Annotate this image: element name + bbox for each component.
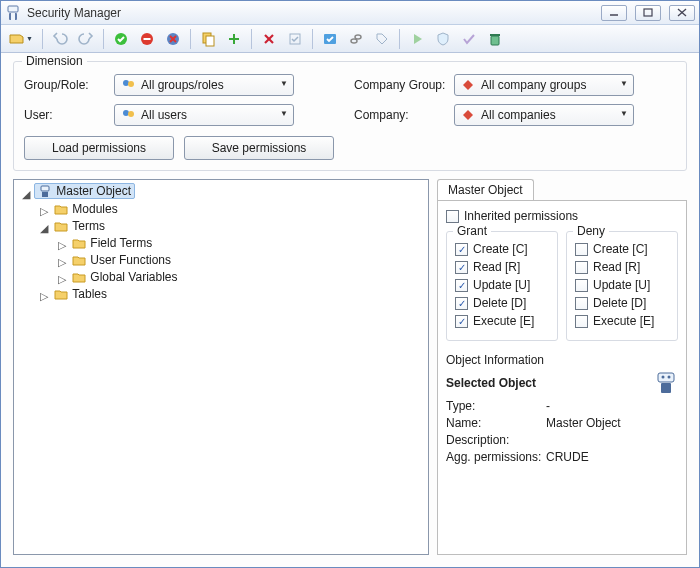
checkbox-icon (446, 210, 459, 223)
info-label-type: Type: (446, 399, 546, 413)
toolbar-copy[interactable] (196, 28, 220, 50)
tree-collapse-icon[interactable]: ◢ (38, 222, 49, 235)
toolbar-undo[interactable] (48, 28, 72, 50)
combo-company[interactable]: All companies ▼ (454, 104, 634, 126)
grant-create-checkbox[interactable]: ✓Create [C] (455, 242, 549, 256)
info-label-agg: Agg. permissions: (446, 450, 546, 464)
svg-rect-16 (229, 38, 239, 40)
toolbar-link[interactable] (344, 28, 368, 50)
toolbar-separator (42, 29, 43, 49)
window-title: Security Manager (27, 6, 121, 20)
main-area: ◢ Master Object ▷ Modules (1, 171, 699, 567)
toolbar-delete-permission[interactable] (161, 28, 185, 50)
tree-node-user-functions[interactable]: User Functions (70, 253, 173, 267)
robot-icon (38, 184, 52, 198)
toolbar-deny[interactable] (135, 28, 159, 50)
tree-node-global-variables[interactable]: Global Variables (70, 270, 179, 284)
info-value-description (546, 433, 678, 447)
svg-rect-24 (490, 34, 500, 36)
chevron-down-icon: ▼ (620, 79, 628, 88)
company-group-icon (461, 78, 475, 92)
svg-rect-29 (41, 186, 49, 191)
toolbar-confirm[interactable] (457, 28, 481, 50)
tree-node-label: Global Variables (90, 270, 177, 284)
tree-node-label: Tables (72, 287, 107, 301)
tree-expand-icon[interactable]: ▷ (56, 256, 67, 269)
maximize-button[interactable] (635, 5, 661, 21)
tree-node-label: Modules (72, 202, 117, 216)
tree-expand-icon[interactable]: ▷ (56, 239, 67, 252)
tree-expand-icon[interactable]: ▷ (38, 205, 49, 218)
deny-update-checkbox[interactable]: Update [U] (575, 278, 669, 292)
checkbox-icon: ✓ (455, 261, 468, 274)
svg-point-25 (123, 80, 129, 86)
users-icon (121, 78, 135, 92)
combo-user[interactable]: All users ▼ (114, 104, 294, 126)
tree-node-field-terms[interactable]: Field Terms (70, 236, 154, 250)
toolbar-separator (399, 29, 400, 49)
app-window: Security Manager ▼ (0, 0, 700, 568)
checkbox-icon (575, 315, 588, 328)
combo-company-value: All companies (481, 108, 556, 122)
toolbar-open-dropdown[interactable]: ▼ (5, 28, 37, 50)
deny-delete-checkbox[interactable]: Delete [D] (575, 296, 669, 310)
toolbar-remove[interactable] (257, 28, 281, 50)
grant-read-checkbox[interactable]: ✓Read [R] (455, 260, 549, 274)
toolbar-edit[interactable] (283, 28, 307, 50)
chevron-down-icon: ▼ (26, 35, 33, 42)
close-button[interactable] (669, 5, 695, 21)
grant-legend: Grant (453, 224, 491, 238)
combo-group-role[interactable]: All groups/roles ▼ (114, 74, 294, 96)
toolbar-shield[interactable] (431, 28, 455, 50)
folder-icon (72, 253, 86, 267)
toolbar-separator (190, 29, 191, 49)
toolbar-allow[interactable] (109, 28, 133, 50)
robot-icon (654, 371, 678, 395)
folder-icon (54, 219, 68, 233)
toolbar-check[interactable] (318, 28, 342, 50)
info-value-type: - (546, 399, 678, 413)
grant-delete-checkbox[interactable]: ✓Delete [D] (455, 296, 549, 310)
object-info-grid: Type: - Name: Master Object Description:… (446, 399, 678, 464)
svg-rect-0 (8, 6, 18, 12)
label-company: Company: (354, 108, 454, 122)
label-company-group: Company Group: (354, 78, 454, 92)
minimize-button[interactable] (601, 5, 627, 21)
tree-expand-icon[interactable]: ▷ (56, 273, 67, 286)
info-label-name: Name: (446, 416, 546, 430)
save-permissions-button[interactable]: Save permissions (184, 136, 334, 160)
side-pane: Master Object Inherited permissions Gran… (437, 179, 687, 555)
grant-update-checkbox[interactable]: ✓Update [U] (455, 278, 549, 292)
grant-execute-checkbox[interactable]: ✓Execute [E] (455, 314, 549, 328)
tree-node-modules[interactable]: Modules (52, 202, 119, 216)
svg-rect-31 (658, 373, 674, 382)
toolbar-separator (103, 29, 104, 49)
combo-user-value: All users (141, 108, 187, 122)
svg-point-21 (351, 39, 357, 43)
tree-collapse-icon[interactable]: ◢ (20, 188, 31, 201)
deny-read-checkbox[interactable]: Read [R] (575, 260, 669, 274)
selected-object-row: Selected Object (446, 371, 678, 395)
combo-company-group[interactable]: All company groups ▼ (454, 74, 634, 96)
svg-rect-32 (661, 383, 671, 393)
tree-node-master-object[interactable]: Master Object (34, 183, 135, 199)
toolbar-trash[interactable] (483, 28, 507, 50)
checkbox-icon (575, 279, 588, 292)
tree-node-label: Master Object (56, 184, 131, 198)
toolbar-run[interactable] (405, 28, 429, 50)
toolbar-redo[interactable] (74, 28, 98, 50)
folder-icon (72, 236, 86, 250)
deny-execute-checkbox[interactable]: Execute [E] (575, 314, 669, 328)
tree-node-terms[interactable]: Terms (52, 219, 107, 233)
svg-point-22 (355, 35, 361, 39)
object-tree[interactable]: ◢ Master Object ▷ Modules (13, 179, 429, 555)
chevron-down-icon: ▼ (620, 109, 628, 118)
toolbar-add[interactable] (222, 28, 246, 50)
toolbar-tag[interactable] (370, 28, 394, 50)
load-permissions-button[interactable]: Load permissions (24, 136, 174, 160)
inherited-permissions-checkbox[interactable]: Inherited permissions (446, 209, 678, 223)
deny-create-checkbox[interactable]: Create [C] (575, 242, 669, 256)
tab-master-object[interactable]: Master Object (437, 179, 534, 200)
tree-expand-icon[interactable]: ▷ (38, 290, 49, 303)
tree-node-tables[interactable]: Tables (52, 287, 109, 301)
